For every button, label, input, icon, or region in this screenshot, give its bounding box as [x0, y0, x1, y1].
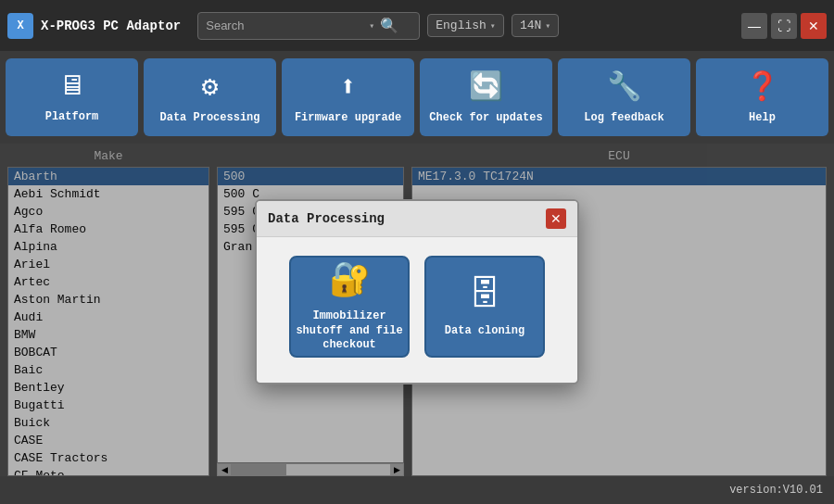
immobilizer-icon: 🔐 [329, 259, 371, 300]
nav-label-platform: Platform [45, 110, 99, 125]
data-cloning-label: Data cloning [445, 324, 524, 339]
nav-label-firmware-upgrade: Firmware upgrade [295, 111, 401, 126]
check-updates-icon: 🔄 [469, 69, 503, 104]
nav-item-platform[interactable]: 🖥 Platform [6, 58, 138, 136]
nav-label-check-updates: Check for updates [429, 111, 542, 126]
firmware-upgrade-icon: ⬆ [339, 69, 356, 104]
data-processing-icon: ⚙ [201, 69, 218, 104]
help-icon: ❓ [745, 69, 779, 104]
immobilizer-button[interactable]: 🔐 Immobilizer shutoff and file checkout [289, 256, 410, 358]
app-logo: X [7, 13, 33, 39]
modal-close-button[interactable]: ✕ [546, 208, 566, 229]
chevron-down-icon: ▾ [490, 20, 496, 32]
window-controls: — ⛶ ✕ [741, 13, 827, 39]
maximize-button[interactable]: ⛶ [771, 13, 797, 39]
data-cloning-button[interactable]: 🗄 Data cloning [424, 256, 545, 358]
nav-item-help[interactable]: ❓ Help [696, 58, 828, 136]
status-bar: version:V10.01 [0, 476, 834, 504]
chevron-down-icon: ▾ [545, 20, 550, 32]
nav-label-data-processing: Data Processing [159, 111, 259, 126]
search-icon: 🔍 [380, 17, 398, 35]
app-title: X-PROG3 PC Adaptor [41, 19, 181, 33]
platform-icon: 🖥 [58, 69, 86, 103]
nav-label-help: Help [749, 111, 776, 126]
nav-item-check-updates[interactable]: 🔄 Check for updates [420, 58, 552, 136]
version-text: version:V10.01 [729, 484, 823, 497]
nav-bar: 🖥 Platform ⚙ Data Processing ⬆ Firmware … [0, 51, 834, 144]
close-button[interactable]: ✕ [801, 13, 827, 39]
modal-header: Data Processing ✕ [257, 201, 577, 237]
data-processing-modal: Data Processing ✕ 🔐 Immobilizer shutoff … [255, 199, 579, 384]
chevron-down-icon: ▾ [369, 20, 374, 32]
nav-item-log-feedback[interactable]: 🔧 Log feedback [558, 58, 690, 136]
version-dropdown[interactable]: 14N ▾ [512, 14, 559, 37]
language-dropdown[interactable]: English ▾ [427, 14, 504, 37]
nav-item-data-processing[interactable]: ⚙ Data Processing [144, 58, 276, 136]
modal-body: 🔐 Immobilizer shutoff and file checkout … [257, 237, 577, 376]
modal-title: Data Processing [268, 211, 385, 226]
minimize-button[interactable]: — [741, 13, 767, 39]
search-bar[interactable]: ▾ 🔍 [197, 12, 420, 40]
main-area: Make AbarthAebi SchmidtAgcoAlfa RomeoAlp… [0, 144, 834, 476]
language-label: English [436, 19, 486, 32]
version-label: 14N [520, 19, 541, 32]
data-cloning-icon: 🗄 [468, 274, 501, 315]
log-feedback-icon: 🔧 [607, 69, 641, 104]
nav-item-firmware-upgrade[interactable]: ⬆ Firmware upgrade [282, 58, 414, 136]
modal-overlay: Data Processing ✕ 🔐 Immobilizer shutoff … [0, 144, 834, 476]
search-input[interactable] [206, 19, 363, 32]
immobilizer-label: Immobilizer shutoff and file checkout [291, 309, 408, 353]
nav-label-log-feedback: Log feedback [584, 111, 663, 126]
title-bar: X X-PROG3 PC Adaptor ▾ 🔍 English ▾ 14N ▾… [0, 0, 834, 51]
